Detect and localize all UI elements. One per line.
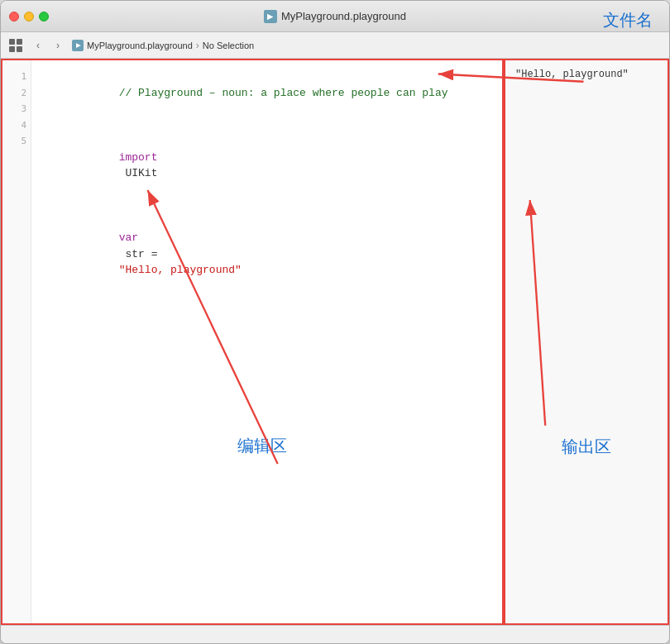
output-value: "Hello, playground" [515, 69, 629, 80]
main-content: 1 2 3 4 5 // Playground – noun: a place … [1, 59, 669, 625]
toolbar: ‹ › ▶ MyPlayground.playground › No Selec… [1, 32, 669, 59]
forward-button[interactable]: › [49, 36, 67, 55]
code-comment: // Playground – noun: a place where peop… [119, 87, 448, 99]
editor-area[interactable]: 1 2 3 4 5 // Playground – noun: a place … [1, 59, 504, 625]
breadcrumb: ▶ MyPlayground.playground › No Selection [72, 40, 254, 51]
traffic-lights [1, 12, 49, 21]
app-window: ▶ MyPlayground.playground 文件名 ‹ › ▶ MyPl… [0, 0, 670, 644]
back-button[interactable]: ‹ [29, 36, 47, 55]
code-import-keyword: import [119, 151, 158, 164]
breadcrumb-selection: No Selection [203, 41, 254, 50]
code-var-name: str = [119, 248, 165, 260]
breadcrumb-filename[interactable]: MyPlayground.playground [87, 41, 193, 50]
close-button[interactable] [9, 12, 19, 21]
breadcrumb-separator: › [196, 40, 199, 51]
bottom-bar [1, 625, 669, 643]
breadcrumb-file-icon: ▶ [72, 40, 84, 51]
line-numbers: 1 2 3 4 5 [2, 60, 31, 623]
output-content: "Hello, playground" [505, 60, 668, 88]
code-string-value: "Hello, playground" [119, 264, 242, 276]
title-bar-center: ▶ MyPlayground.playground [264, 10, 406, 23]
navigator-icon[interactable] [7, 37, 24, 54]
code-line-4 [41, 198, 492, 214]
code-import-module: UIKit [119, 167, 158, 179]
window-title: MyPlayground.playground [281, 10, 406, 22]
output-annotation-label: 输出区 [562, 436, 611, 458]
title-bar: ▶ MyPlayground.playground 文件名 [1, 1, 669, 32]
code-area[interactable]: // Playground – noun: a place where peop… [31, 60, 502, 623]
code-line-3: import UIKit [41, 133, 492, 198]
code-var-keyword: var [119, 231, 138, 244]
code-line-2 [41, 117, 492, 134]
code-line-5: var str = "Hello, playground" [41, 214, 492, 295]
output-area: "Hello, playground" 输出区 [504, 59, 669, 625]
minimize-button[interactable] [24, 12, 34, 21]
filename-annotation: 文件名 [603, 9, 653, 31]
code-line-1: // Playground – noun: a place where peop… [41, 69, 492, 117]
nav-buttons: ‹ › [29, 36, 67, 55]
maximize-button[interactable] [39, 12, 49, 21]
file-icon: ▶ [264, 10, 277, 23]
